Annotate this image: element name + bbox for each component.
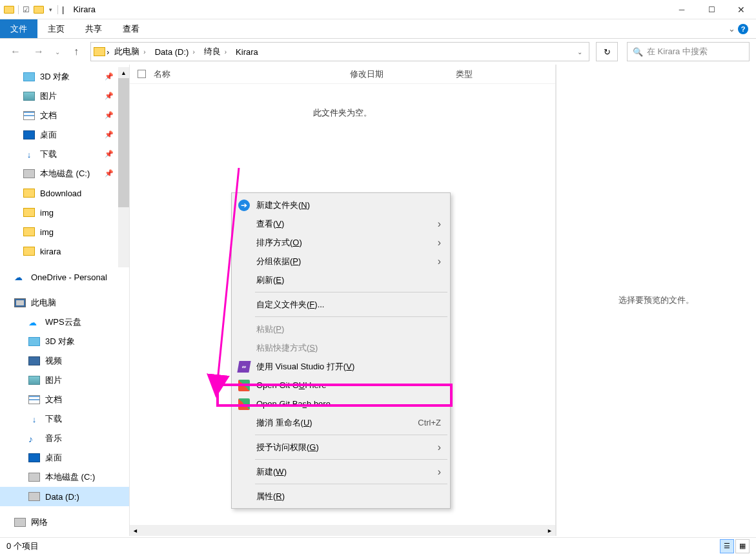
sidebar-item[interactable]: ↓下载 (0, 409, 129, 429)
ico-desk-icon (28, 453, 40, 462)
tab-home[interactable]: 主页 (37, 19, 75, 38)
ctx-view[interactable]: 查看(V) (233, 214, 449, 233)
sidebar-item[interactable]: 视频 (0, 351, 129, 371)
sidebar-item[interactable]: kirara (0, 241, 129, 261)
preview-prompt: 选择要预览的文件。 (618, 294, 694, 306)
git-icon (238, 380, 250, 391)
tab-view[interactable]: 查看 (112, 19, 150, 38)
column-date[interactable]: 修改日期 (350, 68, 453, 80)
sidebar-item[interactable]: ♪音乐 (0, 429, 129, 448)
sidebar-item[interactable]: 桌面📌 (0, 125, 129, 145)
sidebar-item[interactable]: 图片📌 (0, 87, 129, 106)
chevron-right-icon[interactable]: › (225, 48, 227, 56)
help-icon[interactable]: ? (738, 24, 748, 34)
column-type[interactable]: 类型 (456, 68, 473, 80)
ctx-new[interactable]: 新建(W) (233, 462, 449, 481)
sidebar-item-label: img (40, 208, 54, 218)
new-folder-icon: ➔ (238, 200, 250, 211)
sidebar-item[interactable]: img (0, 222, 129, 241)
ctx-new-folder[interactable]: ➔新建文件夹(N) (233, 196, 449, 214)
ctx-open-vs[interactable]: ∞使用 Visual Studio 打开(V) (233, 357, 449, 376)
qat-dropdown-icon[interactable]: ▾ (48, 6, 54, 13)
ctx-paste-shortcut: 粘贴快捷方式(S) (233, 338, 449, 357)
separator (255, 435, 447, 435)
sidebar-item[interactable]: 图片 (0, 371, 129, 390)
ribbon-expand-icon[interactable]: ⌄ (728, 24, 735, 34)
sidebar-item[interactable]: img (0, 203, 129, 222)
sidebar-item-label: 图片 (40, 90, 57, 102)
ctx-customize[interactable]: 自定义文件夹(F)... (233, 295, 449, 314)
scroll-thumb[interactable] (118, 78, 129, 207)
column-name[interactable]: 名称 (154, 68, 347, 80)
sidebar-item[interactable]: 本地磁盘 (C:)📌 (0, 164, 129, 183)
sidebar-item-label: 桌面 (40, 129, 57, 141)
pin-icon: 📌 (105, 92, 114, 100)
visual-studio-icon: ∞ (237, 361, 250, 373)
view-details-button[interactable]: ☰ (720, 539, 734, 553)
ctx-refresh[interactable]: 刷新(E) (233, 271, 449, 289)
minimize-button[interactable]: ─ (667, 0, 697, 19)
sidebar-item[interactable]: 本地磁盘 (C:) (0, 467, 129, 487)
ctx-sort[interactable]: 排序方式(O) (233, 233, 449, 252)
refresh-button[interactable]: ↻ (596, 42, 618, 61)
horizontal-scrollbar[interactable]: ◄ ► (130, 525, 555, 536)
history-dropdown[interactable]: ⌄ (53, 43, 62, 61)
sidebar-item[interactable]: 文档📌 (0, 106, 129, 125)
maximize-button[interactable]: ☐ (697, 0, 726, 19)
chevron-right-icon[interactable]: › (192, 48, 194, 56)
sidebar-item[interactable]: 3D 对象 (0, 332, 129, 351)
address-dropdown-icon[interactable]: ⌄ (573, 48, 586, 56)
sidebar-item[interactable]: ☁WPS云盘 (0, 313, 129, 332)
sidebar-item-network[interactable]: 网络 (0, 513, 129, 532)
sidebar-scrollbar[interactable]: ▲ (118, 67, 129, 267)
sidebar-item[interactable]: Data (D:) (0, 487, 129, 506)
search-input[interactable]: 🔍 在 Kirara 中搜索 (627, 42, 750, 61)
scroll-left-icon[interactable]: ◄ (130, 525, 141, 536)
titlebar: ☑ ▾ | Kirara ─ ☐ ✕ (0, 0, 756, 19)
ico-wps-icon: ☁ (28, 318, 40, 327)
up-button[interactable]: ↑ (67, 43, 85, 61)
folder-icon (4, 6, 14, 14)
git-icon (238, 398, 250, 410)
qat-properties-icon[interactable]: ☑ (23, 5, 30, 14)
sidebar-item[interactable]: 桌面 (0, 448, 129, 467)
ctx-git-gui[interactable]: Open Git GUI here (233, 376, 449, 395)
address-bar[interactable]: › 此电脑› Data (D:)› 绮良› Kirara ⌄ (90, 42, 589, 61)
back-button[interactable]: ← (6, 43, 25, 61)
ctx-group[interactable]: 分组依据(P) (233, 252, 449, 271)
tab-share[interactable]: 共享 (75, 19, 112, 38)
sidebar-item[interactable]: 3D 对象📌 (0, 67, 129, 87)
select-all-checkbox[interactable] (138, 70, 146, 78)
chevron-right-icon[interactable]: › (107, 47, 109, 57)
ico-music-icon: ♪ (28, 434, 40, 443)
separator (57, 5, 58, 14)
ctx-grant-access[interactable]: 授予访问权限(G) (233, 438, 449, 457)
qat-newfolder-icon[interactable] (34, 6, 44, 14)
ctx-git-bash[interactable]: Open Git Bash here (233, 395, 449, 413)
pin-icon: 📌 (105, 72, 114, 81)
sidebar-item[interactable]: ↓下载📌 (0, 145, 129, 164)
pin-icon: 📌 (105, 169, 114, 178)
ico-3d-icon (28, 337, 40, 346)
scroll-up-icon[interactable]: ▲ (118, 67, 129, 78)
chevron-right-icon[interactable]: › (143, 48, 145, 56)
ico-fold-icon (23, 247, 35, 256)
view-large-icons-button[interactable]: ▦ (735, 539, 750, 553)
forward-button[interactable]: → (30, 43, 48, 61)
sidebar-item-label: 下载 (45, 413, 62, 425)
sidebar-item-label: 视频 (45, 355, 62, 367)
pin-icon: 📌 (105, 150, 114, 158)
ctx-properties[interactable]: 属性(R) (233, 487, 449, 506)
sidebar-item-onedrive[interactable]: ☁ OneDrive - Personal (0, 267, 129, 287)
sidebar-item[interactable]: 文档 (0, 390, 129, 409)
sidebar-item-thispc[interactable]: 此电脑 (0, 293, 129, 313)
search-icon: 🔍 (633, 47, 643, 57)
pin-icon: 📌 (105, 111, 114, 119)
sidebar-item-label: 本地磁盘 (C:) (45, 471, 95, 483)
tab-file[interactable]: 文件 (0, 19, 37, 38)
close-button[interactable]: ✕ (726, 0, 756, 19)
scroll-right-icon[interactable]: ► (544, 525, 555, 536)
sidebar-item[interactable]: Bdownload (0, 183, 129, 203)
sidebar: 3D 对象📌图片📌文档📌桌面📌↓下载📌本地磁盘 (C:)📌Bdownloadim… (0, 65, 129, 536)
ctx-undo-rename[interactable]: 撤消 重命名(U)Ctrl+Z (233, 413, 449, 432)
